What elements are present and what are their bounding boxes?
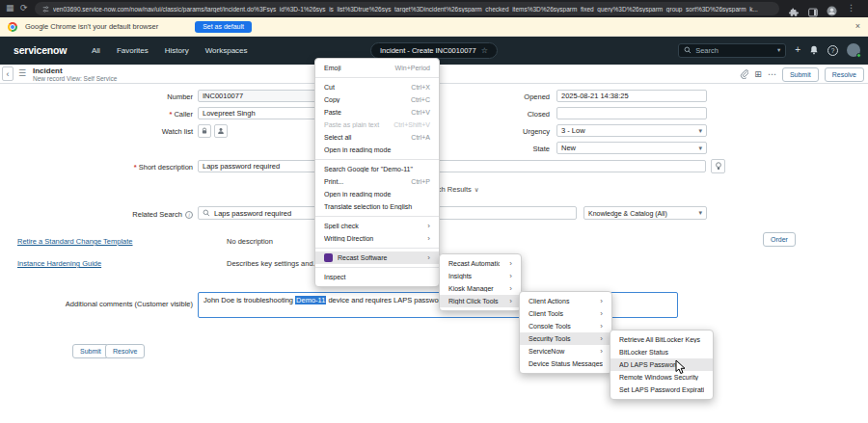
state-select[interactable]: New ▾ [556, 142, 707, 154]
user-avatar[interactable] [847, 43, 860, 57]
menu-item-inspect[interactable]: Inspect [315, 271, 439, 283]
menu-item-security-tools[interactable]: Security Tools› [520, 332, 611, 345]
menu-item-recast-automation[interactable]: Recast Automation› [440, 257, 521, 270]
menu-item-copy[interactable]: CopyCtrl+C [315, 93, 439, 106]
menu-item-client-actions[interactable]: Client Actions› [520, 295, 611, 307]
reload-icon[interactable]: ⟳ [20, 3, 28, 13]
menu-item-reading-mode-2[interactable]: Open in reading mode [315, 188, 439, 200]
resolve-button-bottom[interactable]: Resolve [105, 344, 145, 358]
url-bar[interactable]: ven03690.service-now.com/now/nav/ui/clas… [35, 2, 779, 15]
form-header-actions: ⊞ ⋯ Submit Resolve [740, 66, 864, 82]
menu-item-client-tools[interactable]: Client Tools› [520, 307, 611, 320]
menu-item-print[interactable]: Print...Ctrl+P [315, 175, 439, 188]
set-as-default-button[interactable]: Set as default [195, 21, 252, 33]
menu-item-kiosk-manager[interactable]: Kiosk Manager› [440, 282, 521, 295]
chevron-down-icon: ▾ [698, 209, 702, 217]
menu-item-set-laps-password-expiration[interactable]: Set LAPS Password Expiration [610, 383, 713, 396]
personalize-grid-icon[interactable]: ⊞ [754, 69, 762, 79]
menu-item-servicenow[interactable]: ServiceNow› [520, 345, 611, 357]
browser-menu-kebab-icon[interactable]: ⋮ [847, 3, 855, 13]
chrome-icon [8, 22, 17, 32]
search-source-select[interactable]: Knowledge & Catalog (All) ▾ [583, 206, 707, 220]
menu-item-paste[interactable]: PasteCtrl+V [315, 106, 439, 119]
menu-item-remote-windows-security[interactable]: Remote Windows Security [610, 371, 713, 383]
lock-icon [201, 127, 208, 135]
menu-item-spell-check[interactable]: Spell check› [315, 220, 439, 232]
global-search-input[interactable]: Search ▾ [678, 43, 786, 58]
add-icon[interactable]: + [795, 44, 800, 56]
menu-item-label: Security Tools [529, 335, 590, 342]
menu-item-label: Copy [324, 96, 399, 103]
nav-item-history[interactable]: History [165, 46, 189, 55]
security-tools-submenu: Retrieve All BitLocker Keys BitLocker St… [610, 330, 714, 400]
menu-item-device-status-messages[interactable]: Device Status Messages [520, 357, 611, 370]
short-description-value: Laps password required [203, 162, 280, 171]
tab-apps-icon[interactable]: ▦ [6, 3, 14, 13]
record-context-menu-icon[interactable]: ☰ [18, 68, 26, 78]
servicenow-logo[interactable]: servicenow [14, 44, 67, 56]
closed-field[interactable] [556, 107, 707, 119]
short-description-field[interactable]: Laps password required [198, 160, 706, 172]
submit-button-top[interactable]: Submit [782, 67, 819, 82]
menu-item-label: ServiceNow [529, 348, 590, 355]
submenu-arrow-icon: › [509, 260, 512, 268]
submenu-arrow-icon: › [600, 323, 603, 330]
order-button[interactable]: Order [763, 232, 796, 247]
resolve-button-top[interactable]: Resolve [825, 67, 864, 82]
menu-item-bitlocker-status[interactable]: BitLocker Status [610, 346, 713, 358]
watch-list-lock-button[interactable] [198, 124, 211, 138]
menu-item-cut[interactable]: CutCtrl+X [315, 81, 439, 93]
search-icon [203, 209, 210, 217]
nav-item-workspaces[interactable]: Workspaces [205, 46, 248, 55]
menu-item-label: Recast Automation [448, 260, 500, 267]
menu-item-right-click-tools[interactable]: Right Click Tools› [440, 295, 521, 307]
menu-item-label: Device Status Messages [529, 360, 603, 367]
menu-item-writing-direction[interactable]: Writing Direction› [315, 232, 439, 245]
menu-item-recast-software[interactable]: Recast Software› [315, 251, 439, 264]
suggestion-button[interactable] [711, 159, 725, 173]
menu-item-label: Client Actions [529, 298, 590, 304]
recast-icon [324, 253, 333, 262]
menu-item-emoji[interactable]: EmojiWin+Period [315, 62, 439, 74]
nav-item-favorites[interactable]: Favorites [117, 46, 149, 55]
result-link-retire-template[interactable]: Retire a Standard Change Template [17, 237, 133, 246]
notification-bell-icon[interactable] [809, 45, 819, 55]
opened-field[interactable]: 2025-08-21 14:38:25 [556, 90, 707, 102]
menu-item-insights[interactable]: Insights› [440, 270, 521, 282]
menu-item-translate[interactable]: Translate selection to English [315, 200, 439, 213]
info-icon[interactable]: i [185, 211, 193, 219]
menu-item-console-tools[interactable]: Console Tools› [520, 320, 611, 332]
back-button[interactable]: ‹ [2, 66, 14, 81]
urgency-select[interactable]: 3 - Low ▾ [556, 124, 707, 137]
submit-button-bottom[interactable]: Submit [72, 344, 109, 358]
submenu-arrow-icon: › [427, 223, 430, 230]
submenu-arrow-icon: › [600, 298, 603, 305]
banner-close-icon[interactable]: × [855, 21, 860, 31]
help-icon[interactable]: ? [827, 45, 838, 56]
menu-item-select-all[interactable]: Select allCtrl+A [315, 131, 439, 144]
related-search-query: Laps password required [214, 209, 291, 218]
more-actions-icon[interactable]: ⋯ [768, 69, 776, 79]
open-record-tab[interactable]: Incident - Create INC0010077 ☆ [370, 42, 498, 59]
menu-item-search-google[interactable]: Search Google for "Demo-11" [315, 163, 439, 175]
watch-list-add-me-button[interactable] [214, 124, 228, 138]
url-text: ven03690.service-now.com/now/nav/ui/clas… [53, 6, 758, 13]
nav-item-all[interactable]: All [92, 46, 100, 55]
menu-item-retrieve-bitlocker-keys[interactable]: Retrieve All BitLocker Keys [610, 333, 713, 346]
menu-shortcut: Win+Period [395, 65, 430, 71]
paperclip-icon[interactable] [740, 69, 748, 79]
menu-item-reading-mode[interactable]: Open in reading mode [315, 144, 439, 156]
banner-message: Google Chrome isn't your default browser [25, 22, 158, 31]
submenu-arrow-icon: › [509, 285, 512, 293]
favorite-star-icon[interactable]: ☆ [481, 46, 488, 55]
site-settings-icon[interactable] [42, 6, 49, 13]
open-record-tab-label: Incident - Create INC0010077 [380, 46, 476, 55]
menu-item-label: Client Tools [529, 310, 590, 317]
short-description-label: *Short description [0, 163, 193, 172]
menu-item-label: Paste [324, 109, 399, 116]
result-link-hardening-guide[interactable]: Instance Hardening Guide [17, 259, 101, 268]
menu-item-ad-laps-password[interactable]: AD LAPS Password [610, 358, 713, 371]
search-scope-caret-icon[interactable]: ▾ [777, 46, 780, 54]
search-icon [684, 46, 692, 54]
caller-label: *Caller [0, 110, 193, 119]
